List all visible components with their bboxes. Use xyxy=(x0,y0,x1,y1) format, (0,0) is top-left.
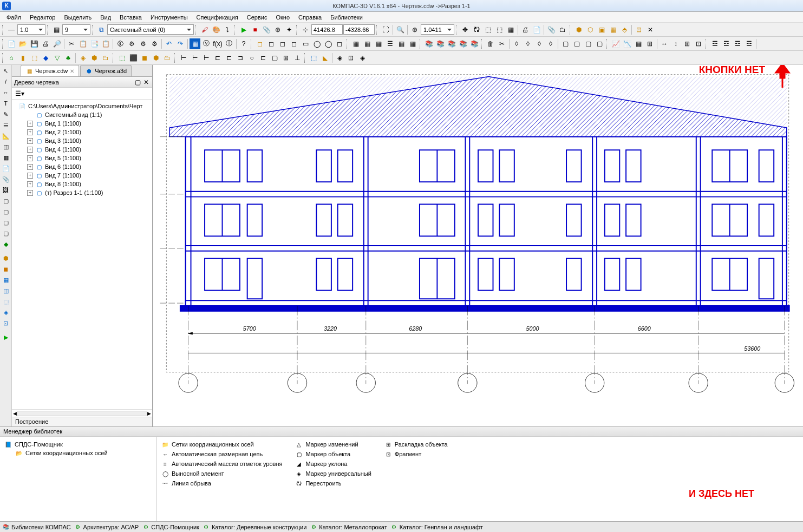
tree-item[interactable]: +▢Вид 1 (1:100) xyxy=(14,119,150,128)
lib-item[interactable]: ▢Маркер объекта xyxy=(294,450,372,458)
tree-item[interactable]: +▢(т) Разрез 1-1 (1:100) xyxy=(14,188,150,197)
more2-button[interactable]: ▢ xyxy=(571,38,582,49)
menu-help[interactable]: Справка xyxy=(295,13,325,22)
layers-button[interactable]: ⧉ xyxy=(96,24,107,35)
vt-ex7-button[interactable]: ⊡ xyxy=(1,318,11,328)
building7-button[interactable]: ◈ xyxy=(77,52,88,63)
status-item[interactable]: ⚙Каталог: Металлопрокат xyxy=(310,523,387,531)
hatch1-button[interactable]: ⬚ xyxy=(308,52,319,63)
table2-button[interactable]: ▦ xyxy=(362,38,373,49)
dim4-button[interactable]: ⊏ xyxy=(212,52,223,63)
cut-button[interactable]: ✂ xyxy=(66,38,77,49)
tab-close-icon[interactable]: ✕ xyxy=(70,68,74,74)
lib-item[interactable]: ◯Выносной элемент xyxy=(160,469,283,478)
ext6-button[interactable]: ☲ xyxy=(721,38,732,49)
hatch2-button[interactable]: ◣ xyxy=(319,52,330,63)
new-button[interactable]: 📄 xyxy=(6,38,17,49)
vt-measure-button[interactable]: 📐 xyxy=(1,131,11,141)
building5-button[interactable]: ▽ xyxy=(51,52,62,63)
dim1-button[interactable]: ⊢ xyxy=(178,52,189,63)
tree-item[interactable]: +▢Вид 8 (1:100) xyxy=(14,180,150,188)
dim3-button[interactable]: ⊢ xyxy=(201,52,212,63)
zoom-in-button[interactable]: ⊕ xyxy=(409,24,420,35)
status-item[interactable]: 📚Библиотеки КОМПАС xyxy=(2,523,71,531)
dropper-button[interactable]: ⤵ xyxy=(222,24,233,35)
menu-editor[interactable]: Редактор xyxy=(27,13,58,22)
snap2-button[interactable]: ◊ xyxy=(523,38,533,49)
tool-b-button[interactable]: 🗀 xyxy=(557,24,568,35)
lib-item[interactable]: 🗘Перестроить xyxy=(294,479,372,488)
dim9-button[interactable]: ▢ xyxy=(269,52,280,63)
copy-button[interactable]: 📋 xyxy=(77,38,88,49)
line-width-combo[interactable]: 1.0 xyxy=(17,24,45,35)
open-button[interactable]: 📂 xyxy=(17,38,28,49)
about-button[interactable]: ⓘ xyxy=(224,38,234,49)
solid4-button[interactable]: ▦ xyxy=(608,24,618,35)
tree-mode-button[interactable]: ☰▾ xyxy=(14,88,25,99)
dim7-button[interactable]: ○ xyxy=(246,52,257,63)
vars-button[interactable]: ⓥ xyxy=(201,38,212,49)
more3-button[interactable]: ▢ xyxy=(583,38,593,49)
lib-item[interactable]: △Маркер изменений xyxy=(294,440,372,449)
arch4-button[interactable]: ⬢ xyxy=(151,52,161,63)
building4-button[interactable]: ◆ xyxy=(40,52,51,63)
print2-button[interactable]: 🖨 xyxy=(40,38,51,49)
view2-button[interactable]: ⬚ xyxy=(494,24,505,35)
node-button[interactable]: ⊕ xyxy=(272,24,283,35)
coord-button[interactable]: ⊹ xyxy=(300,24,311,35)
copy2-button[interactable]: 📑 xyxy=(89,38,100,49)
vt-cursor-button[interactable]: ↖ xyxy=(1,66,11,76)
mark1-button[interactable]: ◈ xyxy=(334,52,345,63)
table5-button[interactable]: ▦ xyxy=(396,38,407,49)
tree-foot-tab[interactable]: Построение xyxy=(12,417,152,426)
ext1-button[interactable]: ↔ xyxy=(659,38,670,49)
status-item[interactable]: ⚙Архитектура: АС/АР xyxy=(74,523,139,531)
tree-root[interactable]: 📄 C:\Users\Администратор\Documents\Черт xyxy=(14,102,150,110)
vt-dim-button[interactable]: ↔ xyxy=(1,88,11,97)
building2-button[interactable]: ▮ xyxy=(17,52,28,63)
mark2-button[interactable]: ⊡ xyxy=(345,52,356,63)
snap1-button[interactable]: ◊ xyxy=(511,38,522,49)
tree-expand-icon[interactable]: + xyxy=(27,181,33,187)
building6-button[interactable]: ♣ xyxy=(63,52,74,63)
ext4-button[interactable]: ⊡ xyxy=(693,38,704,49)
tool-a-button[interactable]: 📎 xyxy=(546,24,557,35)
graph2-button[interactable]: 📉 xyxy=(622,38,632,49)
lib5-button[interactable]: 📚 xyxy=(469,38,480,49)
vt-param-button[interactable]: ☰ xyxy=(1,120,11,130)
tree-collapse-icon[interactable]: ▢ xyxy=(134,78,141,86)
tree-expand-icon[interactable]: + xyxy=(27,121,33,127)
lib-item[interactable]: ↔Автоматическая размерная цепь xyxy=(160,450,283,458)
grid-button[interactable]: ▦ xyxy=(190,38,200,49)
close-sketch-button[interactable]: ✕ xyxy=(645,24,656,35)
ext5-button[interactable]: ☲ xyxy=(709,38,720,49)
tree-item[interactable]: +▢Вид 4 (1:100) xyxy=(14,145,150,154)
vt-sel-button[interactable]: ◫ xyxy=(1,142,11,152)
solid5-button[interactable]: ⬘ xyxy=(619,24,630,35)
run-button[interactable]: ▶ xyxy=(238,24,249,35)
vt-spec-button[interactable]: ▦ xyxy=(1,153,11,162)
vt-ex6-button[interactable]: ◈ xyxy=(1,307,11,317)
menu-select[interactable]: Выделить xyxy=(61,13,95,22)
graph1-button[interactable]: 📈 xyxy=(610,38,621,49)
dim5-button[interactable]: ⊏ xyxy=(224,52,234,63)
arch1-button[interactable]: ⬚ xyxy=(116,52,127,63)
arch2-button[interactable]: ⬛ xyxy=(128,52,139,63)
lib-item[interactable]: 〰Линия обрыва xyxy=(160,479,283,488)
menu-insert[interactable]: Вставка xyxy=(116,13,145,22)
drawing-canvas[interactable]: 5700 3220 6280 5000 6600 53600 xyxy=(153,65,803,426)
solid6-button[interactable]: ⊡ xyxy=(634,24,644,35)
geo1-button[interactable]: ◻ xyxy=(254,38,265,49)
lib-item[interactable]: ⊞Раскладка объекта xyxy=(383,440,449,449)
building1-button[interactable]: ⌂ xyxy=(6,52,17,63)
save-button[interactable]: 💾 xyxy=(29,38,40,49)
graph4-button[interactable]: ⊞ xyxy=(644,38,655,49)
tree-scrollbar[interactable]: ◀ ▶ xyxy=(12,409,152,417)
lib-item[interactable]: 📁Сетки координационных осей xyxy=(160,440,283,449)
vt-ex4-button[interactable]: ◫ xyxy=(1,286,11,295)
clip-button[interactable]: 📎 xyxy=(261,24,272,35)
snap4-button[interactable]: ◊ xyxy=(545,38,556,49)
vt-ex5-button[interactable]: ⬚ xyxy=(1,297,11,306)
vt-pic-button[interactable]: 🖼 xyxy=(1,185,11,195)
zoom-combo[interactable]: 1.0411 xyxy=(421,24,454,35)
